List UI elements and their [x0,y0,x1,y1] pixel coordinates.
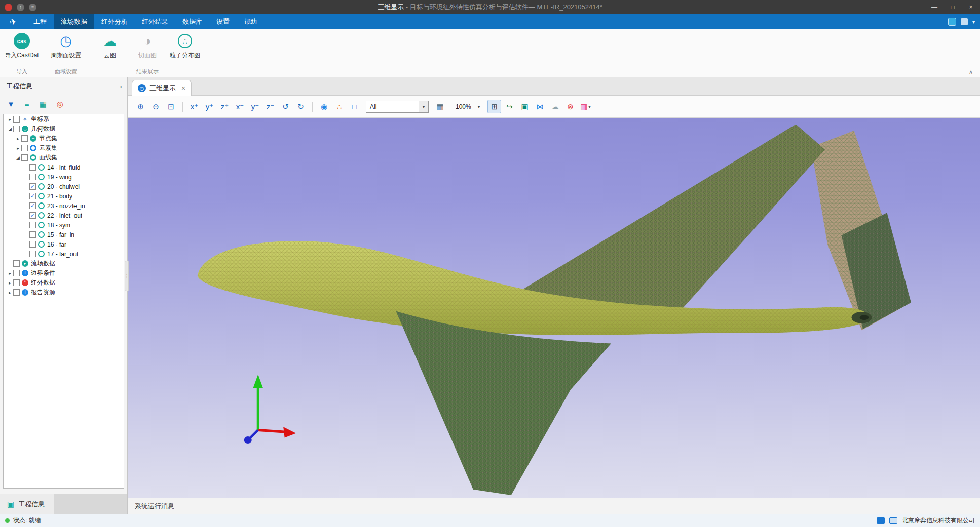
clip-icon[interactable]: ▥▾ [579,100,592,113]
zoom-in-icon[interactable]: ⊕ [134,100,147,113]
ribbon-collapse-icon[interactable]: ∧ [969,69,973,75]
tree-checkbox[interactable] [13,270,20,276]
filter-icon[interactable]: ▼ [7,100,15,108]
menu-item[interactable]: 帮助 [237,14,264,29]
tree-item-6[interactable]: 19 - wing [4,172,124,182]
expander-open-icon[interactable]: ◢ [7,127,13,132]
zoom-out-icon[interactable]: ⊖ [149,100,163,113]
menu-circle-icon[interactable]: ≡ [29,4,36,11]
cloud-outline-icon[interactable]: ☁ [548,100,562,113]
cancel-icon[interactable]: ⊗ [563,100,577,113]
tree-checkbox[interactable] [29,174,36,180]
arrow-up-icon[interactable]: ↑ [17,4,24,11]
minimize-button[interactable]: — [925,0,944,14]
maximize-button[interactable]: □ [944,0,962,14]
ribbon-button-particle-map[interactable]: ∴粒子分布图 [167,32,203,60]
grid-view-icon[interactable]: ▦ [40,100,47,108]
expander-closed-icon[interactable]: ▸ [7,117,13,122]
tree-checkbox[interactable] [13,260,20,267]
rotate-cw-icon[interactable]: ↻ [294,100,308,113]
view-z-plus-icon[interactable]: z⁺ [218,100,232,113]
panel-collapse-icon[interactable]: ‹ [120,83,122,90]
ribbon-button-cas-import[interactable]: cas导入Cas/Dat [4,32,40,60]
tree-checkbox[interactable]: ✓ [29,193,36,199]
tree-item-7[interactable]: ✓20 - chuiwei [4,182,124,191]
tree-checkbox[interactable]: ✓ [29,183,36,190]
tab-close-icon[interactable]: × [181,84,185,92]
tree-checkbox[interactable] [21,135,28,142]
window-layout-icon-2[interactable] [889,517,897,524]
tree-item-15[interactable]: ▸流场数据 [4,259,124,268]
expander-closed-icon[interactable]: ▸ [15,146,21,151]
tree-checkbox[interactable] [13,289,20,296]
view-x-minus-icon[interactable]: x⁻ [233,100,247,113]
menu-item[interactable]: 工程 [26,14,54,29]
locate-icon[interactable]: ◉ [317,100,331,113]
tree-checkbox[interactable] [21,145,28,151]
app-badge-icon[interactable] [5,4,12,11]
tree-checkbox[interactable]: ✓ [29,202,36,209]
tree-checkbox[interactable] [29,164,36,171]
tree-checkbox[interactable]: ✓ [29,212,36,219]
chevron-down-icon[interactable]: ▾ [419,101,428,112]
zoom-level-select[interactable]: 100%▾ [451,101,483,113]
view-z-minus-icon[interactable]: z⁻ [263,100,277,113]
select-box-icon[interactable]: □ [348,100,361,113]
tree-checkbox[interactable] [13,279,20,286]
tree-item-12[interactable]: 15 - far_in [4,230,124,239]
ribbon-button-cloud-map[interactable]: ☁云图 [92,32,128,60]
atoms-icon[interactable]: ∴ [332,100,346,113]
tab-3d-view[interactable]: ◴ 三维显示 × [132,80,192,96]
tree-checkbox[interactable] [13,116,20,123]
tree-item-10[interactable]: ✓22 - inlet_out [4,211,124,220]
tree-item-3[interactable]: ▸元素集 [4,143,124,153]
zoom-fit-icon[interactable]: ⊡ [164,100,178,113]
tree-item-5[interactable]: 14 - int_fluid [4,163,124,172]
menu-item[interactable]: 流场数据 [54,14,94,29]
export-icon[interactable]: ↪ [503,100,516,113]
tree-checkbox[interactable] [21,154,28,161]
list-icon[interactable]: ≡ [25,100,29,108]
grid-icon[interactable]: ⊞ [487,100,501,113]
mirror-icon[interactable]: ⋈ [533,100,547,113]
viewport-3d[interactable] [128,118,980,498]
menu-item[interactable]: 红外结果 [135,14,175,29]
tree-item-16[interactable]: ▸f边界条件 [4,268,124,278]
target-icon[interactable]: ◎ [57,100,63,108]
tree-item-11[interactable]: 18 - sym [4,220,124,230]
expander-closed-icon[interactable]: ▸ [7,290,13,295]
view-x-plus-icon[interactable]: x⁺ [187,100,201,113]
expander-closed-icon[interactable]: ▸ [7,271,13,276]
menu-item[interactable]: 设置 [209,14,237,29]
menu-item[interactable]: 红外分析 [94,14,135,29]
chevron-down-icon[interactable]: ▾ [475,101,482,112]
tree-checkbox[interactable] [29,241,36,248]
view-y-plus-icon[interactable]: y⁺ [203,100,216,113]
tree-checkbox[interactable] [13,126,20,132]
chevron-down-icon[interactable]: ▾ [972,19,975,25]
tree-item-18[interactable]: ▸i报告资源 [4,288,124,297]
display-filter-select[interactable]: All▾ [366,101,429,113]
style-icon[interactable] [961,18,968,25]
transparency-icon[interactable]: ▦ [433,100,447,113]
ribbon-button-periodic-face[interactable]: ◷周期面设置 [48,32,84,60]
tree-item-4[interactable]: ◢面线集 [4,153,124,163]
panel-bottom-tab[interactable]: ▣ 工程信息 [0,494,54,514]
view-y-minus-icon[interactable]: y⁻ [248,100,262,113]
tree-item-14[interactable]: 17 - far_out [4,249,124,259]
tree-item-0[interactable]: ▸⌖坐标系 [4,114,124,124]
window-layout-icon-1[interactable] [877,517,885,524]
tree-item-2[interactable]: ▸–节点集 [4,134,124,143]
tree-item-17[interactable]: ▸*红外数据 [4,278,124,288]
tree-item-8[interactable]: ✓21 - body [4,191,124,201]
snapshot-icon[interactable]: ▣ [518,100,532,113]
tree-item-1[interactable]: ◢◡几何数据 [4,124,124,134]
tree-checkbox[interactable] [29,251,36,257]
theme-icon[interactable] [948,18,956,26]
close-button[interactable]: × [962,0,980,14]
tree-item-9[interactable]: ✓23 - nozzle_in [4,201,124,211]
tree-checkbox[interactable] [29,231,36,238]
panel-splitter[interactable]: ⋮ [125,261,129,291]
tree-item-13[interactable]: 16 - far [4,239,124,249]
menu-item[interactable]: 数据库 [175,14,209,29]
